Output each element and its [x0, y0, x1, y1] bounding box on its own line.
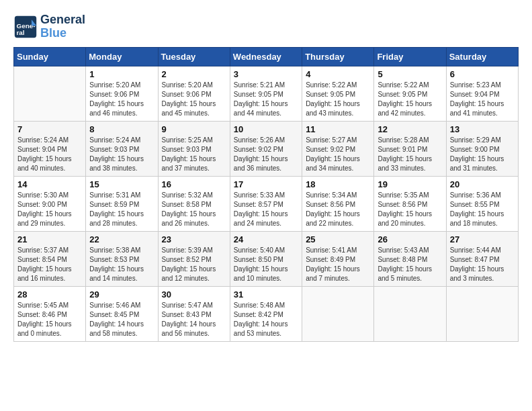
day-info: Sunrise: 5:31 AM Sunset: 8:59 PM Dayligh…	[89, 191, 154, 228]
day-info: Sunrise: 5:26 AM Sunset: 9:02 PM Dayligh…	[234, 136, 298, 173]
calendar-cell: 8Sunrise: 5:24 AM Sunset: 9:03 PM Daylig…	[86, 121, 158, 176]
calendar-cell: 24Sunrise: 5:40 AM Sunset: 8:50 PM Dayli…	[230, 231, 302, 286]
column-header-friday: Friday	[374, 47, 446, 66]
day-info: Sunrise: 5:33 AM Sunset: 8:57 PM Dayligh…	[234, 191, 298, 228]
day-number: 6	[450, 69, 515, 79]
day-info: Sunrise: 5:22 AM Sunset: 9:05 PM Dayligh…	[306, 81, 370, 118]
calendar-cell	[14, 66, 86, 121]
day-number: 22	[89, 234, 154, 244]
day-info: Sunrise: 5:27 AM Sunset: 9:02 PM Dayligh…	[306, 136, 370, 173]
day-number: 24	[234, 234, 298, 244]
calendar-cell: 21Sunrise: 5:37 AM Sunset: 8:54 PM Dayli…	[14, 231, 86, 286]
day-number: 12	[378, 124, 442, 134]
calendar-cell: 28Sunrise: 5:45 AM Sunset: 8:46 PM Dayli…	[14, 286, 86, 341]
svg-text:ral: ral	[17, 28, 25, 36]
day-info: Sunrise: 5:39 AM Sunset: 8:52 PM Dayligh…	[162, 246, 226, 283]
calendar-cell: 5Sunrise: 5:22 AM Sunset: 9:05 PM Daylig…	[374, 66, 446, 121]
logo-text: General Blue	[40, 13, 85, 40]
logo-icon: Gene- ral	[13, 15, 38, 39]
column-header-monday: Monday	[86, 47, 158, 66]
day-info: Sunrise: 5:32 AM Sunset: 8:58 PM Dayligh…	[162, 191, 226, 228]
day-info: Sunrise: 5:28 AM Sunset: 9:01 PM Dayligh…	[378, 136, 442, 173]
day-number: 11	[306, 124, 370, 134]
calendar-week-row: 1Sunrise: 5:20 AM Sunset: 9:06 PM Daylig…	[14, 66, 519, 121]
calendar-header-row: SundayMondayTuesdayWednesdayThursdayFrid…	[14, 47, 519, 66]
calendar-cell: 20Sunrise: 5:36 AM Sunset: 8:55 PM Dayli…	[446, 176, 518, 231]
calendar-cell: 13Sunrise: 5:29 AM Sunset: 9:00 PM Dayli…	[446, 121, 518, 176]
calendar-cell: 19Sunrise: 5:35 AM Sunset: 8:56 PM Dayli…	[374, 176, 446, 231]
day-number: 19	[378, 179, 442, 189]
day-info: Sunrise: 5:44 AM Sunset: 8:47 PM Dayligh…	[450, 246, 515, 283]
calendar-cell: 6Sunrise: 5:23 AM Sunset: 9:04 PM Daylig…	[446, 66, 518, 121]
calendar-cell: 18Sunrise: 5:34 AM Sunset: 8:56 PM Dayli…	[302, 176, 374, 231]
calendar-cell	[374, 286, 446, 341]
day-info: Sunrise: 5:25 AM Sunset: 9:03 PM Dayligh…	[162, 136, 226, 173]
calendar-cell: 15Sunrise: 5:31 AM Sunset: 8:59 PM Dayli…	[86, 176, 158, 231]
calendar-cell: 16Sunrise: 5:32 AM Sunset: 8:58 PM Dayli…	[158, 176, 230, 231]
day-number: 14	[17, 179, 82, 189]
day-info: Sunrise: 5:47 AM Sunset: 8:43 PM Dayligh…	[162, 301, 226, 338]
calendar-cell: 27Sunrise: 5:44 AM Sunset: 8:47 PM Dayli…	[446, 231, 518, 286]
day-number: 5	[378, 69, 442, 79]
calendar-cell: 7Sunrise: 5:24 AM Sunset: 9:04 PM Daylig…	[14, 121, 86, 176]
calendar-cell: 23Sunrise: 5:39 AM Sunset: 8:52 PM Dayli…	[158, 231, 230, 286]
calendar-cell: 10Sunrise: 5:26 AM Sunset: 9:02 PM Dayli…	[230, 121, 302, 176]
day-number: 21	[17, 234, 82, 244]
day-info: Sunrise: 5:37 AM Sunset: 8:54 PM Dayligh…	[17, 246, 82, 283]
page-header: Gene- ral General Blue	[13, 13, 519, 40]
column-header-saturday: Saturday	[446, 47, 518, 66]
day-info: Sunrise: 5:24 AM Sunset: 9:03 PM Dayligh…	[89, 136, 154, 173]
day-number: 27	[450, 234, 515, 244]
day-number: 4	[306, 69, 370, 79]
day-number: 30	[162, 289, 226, 300]
day-number: 18	[306, 179, 370, 189]
day-info: Sunrise: 5:41 AM Sunset: 8:49 PM Dayligh…	[306, 246, 370, 283]
day-number: 23	[162, 234, 226, 244]
day-number: 10	[234, 124, 298, 134]
day-number: 25	[306, 234, 370, 244]
calendar-week-row: 7Sunrise: 5:24 AM Sunset: 9:04 PM Daylig…	[14, 121, 519, 176]
calendar-cell	[446, 286, 518, 341]
logo: Gene- ral General Blue	[13, 13, 85, 40]
day-info: Sunrise: 5:20 AM Sunset: 9:06 PM Dayligh…	[89, 81, 154, 118]
day-info: Sunrise: 5:43 AM Sunset: 8:48 PM Dayligh…	[378, 246, 442, 283]
day-number: 20	[450, 179, 515, 189]
day-info: Sunrise: 5:22 AM Sunset: 9:05 PM Dayligh…	[378, 81, 442, 118]
calendar-cell: 31Sunrise: 5:48 AM Sunset: 8:42 PM Dayli…	[230, 286, 302, 341]
day-number: 28	[17, 289, 82, 300]
day-info: Sunrise: 5:48 AM Sunset: 8:42 PM Dayligh…	[234, 301, 298, 338]
day-info: Sunrise: 5:38 AM Sunset: 8:53 PM Dayligh…	[89, 246, 154, 283]
day-info: Sunrise: 5:29 AM Sunset: 9:00 PM Dayligh…	[450, 136, 515, 173]
calendar-cell: 14Sunrise: 5:30 AM Sunset: 9:00 PM Dayli…	[14, 176, 86, 231]
calendar-cell: 9Sunrise: 5:25 AM Sunset: 9:03 PM Daylig…	[158, 121, 230, 176]
calendar-cell: 30Sunrise: 5:47 AM Sunset: 8:43 PM Dayli…	[158, 286, 230, 341]
calendar-cell: 29Sunrise: 5:46 AM Sunset: 8:45 PM Dayli…	[86, 286, 158, 341]
calendar-cell: 22Sunrise: 5:38 AM Sunset: 8:53 PM Dayli…	[86, 231, 158, 286]
day-info: Sunrise: 5:40 AM Sunset: 8:50 PM Dayligh…	[234, 246, 298, 283]
day-info: Sunrise: 5:23 AM Sunset: 9:04 PM Dayligh…	[450, 81, 515, 118]
day-number: 3	[234, 69, 298, 79]
calendar-week-row: 21Sunrise: 5:37 AM Sunset: 8:54 PM Dayli…	[14, 231, 519, 286]
day-info: Sunrise: 5:24 AM Sunset: 9:04 PM Dayligh…	[17, 136, 82, 173]
calendar-cell: 11Sunrise: 5:27 AM Sunset: 9:02 PM Dayli…	[302, 121, 374, 176]
calendar-cell: 4Sunrise: 5:22 AM Sunset: 9:05 PM Daylig…	[302, 66, 374, 121]
calendar-week-row: 14Sunrise: 5:30 AM Sunset: 9:00 PM Dayli…	[14, 176, 519, 231]
column-header-thursday: Thursday	[302, 47, 374, 66]
day-number: 9	[162, 124, 226, 134]
day-number: 13	[450, 124, 515, 134]
day-number: 31	[234, 289, 298, 300]
calendar-cell: 12Sunrise: 5:28 AM Sunset: 9:01 PM Dayli…	[374, 121, 446, 176]
day-info: Sunrise: 5:21 AM Sunset: 9:05 PM Dayligh…	[234, 81, 298, 118]
day-number: 26	[378, 234, 442, 244]
calendar-week-row: 28Sunrise: 5:45 AM Sunset: 8:46 PM Dayli…	[14, 286, 519, 341]
day-number: 16	[162, 179, 226, 189]
day-number: 1	[89, 69, 154, 79]
day-info: Sunrise: 5:46 AM Sunset: 8:45 PM Dayligh…	[89, 301, 154, 338]
day-info: Sunrise: 5:34 AM Sunset: 8:56 PM Dayligh…	[306, 191, 370, 228]
calendar-cell: 17Sunrise: 5:33 AM Sunset: 8:57 PM Dayli…	[230, 176, 302, 231]
day-number: 15	[89, 179, 154, 189]
calendar-cell: 25Sunrise: 5:41 AM Sunset: 8:49 PM Dayli…	[302, 231, 374, 286]
calendar-cell	[302, 286, 374, 341]
day-number: 29	[89, 289, 154, 300]
column-header-tuesday: Tuesday	[158, 47, 230, 66]
